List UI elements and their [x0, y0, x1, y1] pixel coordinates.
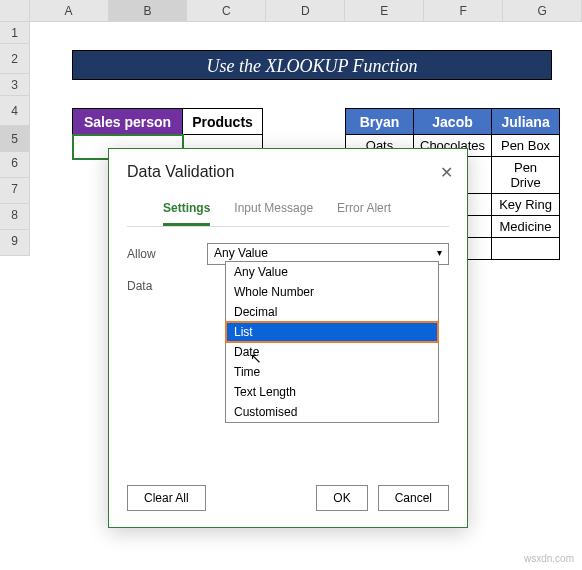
header-bryan: Bryan [346, 109, 414, 135]
ok-button[interactable]: OK [316, 485, 367, 511]
table-cell[interactable]: Medicine [492, 216, 560, 238]
page-title: Use the XLOOKUP Function [72, 50, 552, 80]
cancel-button[interactable]: Cancel [378, 485, 449, 511]
row-header-3[interactable]: 3 [0, 74, 30, 96]
chevron-down-icon: ▾ [437, 247, 442, 258]
col-header-E[interactable]: E [345, 0, 424, 21]
option-time[interactable]: Time [226, 362, 438, 382]
data-validation-dialog: Data Validation ✕ Settings Input Message… [108, 148, 468, 528]
allow-dropdown: Any Value Whole Number Decimal List Date… [225, 261, 439, 423]
option-whole-number[interactable]: Whole Number [226, 282, 438, 302]
table-cell[interactable] [492, 238, 560, 260]
row-header-5[interactable]: 5 [0, 126, 30, 152]
row-header-2[interactable]: 2 [0, 44, 30, 74]
allow-value: Any Value [214, 246, 268, 260]
tab-input-message[interactable]: Input Message [234, 201, 313, 226]
row-header-7[interactable]: 7 [0, 178, 30, 204]
tab-settings[interactable]: Settings [163, 201, 210, 226]
col-header-F[interactable]: F [424, 0, 503, 21]
header-juliana: Juliana [492, 109, 560, 135]
watermark: wsxdn.com [524, 553, 574, 564]
col-header-G[interactable]: G [503, 0, 582, 21]
table-cell[interactable]: Pen Drive [492, 157, 560, 194]
clear-all-button[interactable]: Clear All [127, 485, 206, 511]
dialog-tabs: Settings Input Message Error Alert [127, 187, 449, 227]
dialog-title: Data Validation [109, 149, 467, 187]
tab-error-alert[interactable]: Error Alert [337, 201, 391, 226]
header-jacob: Jacob [414, 109, 492, 135]
row-header-1[interactable]: 1 [0, 22, 30, 44]
option-list[interactable]: List [226, 322, 438, 342]
table-cell[interactable]: Key Ring [492, 194, 560, 216]
data-label: Data [127, 279, 207, 293]
column-headers: A B C D E F G [0, 0, 582, 22]
option-text-length[interactable]: Text Length [226, 382, 438, 402]
col-header-B[interactable]: B [109, 0, 188, 21]
header-products: Products [183, 109, 263, 135]
table-cell[interactable]: Pen Box [492, 135, 560, 157]
col-header-A[interactable]: A [30, 0, 109, 21]
col-header-C[interactable]: C [187, 0, 266, 21]
row-header-4[interactable]: 4 [0, 96, 30, 126]
close-icon[interactable]: ✕ [440, 163, 453, 182]
row-header-9[interactable]: 9 [0, 230, 30, 256]
col-header-D[interactable]: D [266, 0, 345, 21]
option-decimal[interactable]: Decimal [226, 302, 438, 322]
row-header-6[interactable]: 6 [0, 152, 30, 178]
row-header-8[interactable]: 8 [0, 204, 30, 230]
option-any-value[interactable]: Any Value [226, 262, 438, 282]
allow-label: Allow [127, 247, 207, 261]
option-date[interactable]: Date [226, 342, 438, 362]
header-sales-person: Sales person [73, 109, 183, 135]
select-all-corner[interactable] [0, 0, 30, 21]
option-customised[interactable]: Customised [226, 402, 438, 422]
